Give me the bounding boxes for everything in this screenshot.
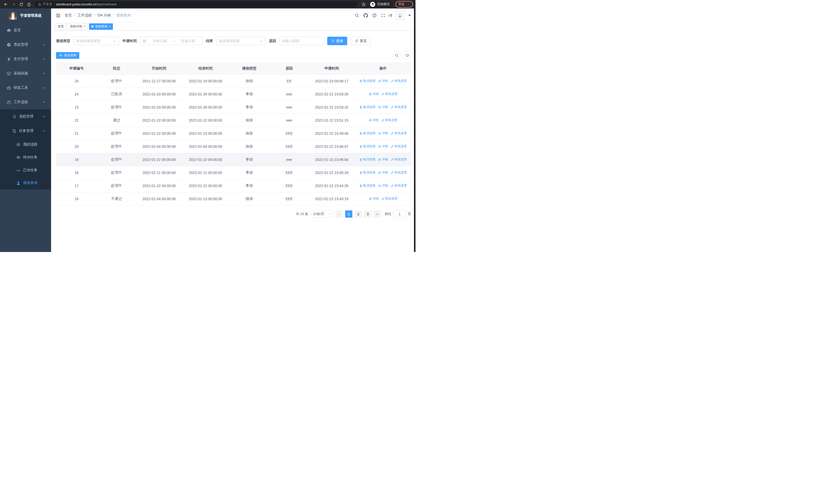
refresh-table-button[interactable] xyxy=(403,51,411,59)
column-header: 开始时间 xyxy=(136,62,182,75)
prev-page-button[interactable]: ‹ xyxy=(336,210,343,217)
pen-icon xyxy=(391,171,394,174)
progress-action-link[interactable]: 审批进度 xyxy=(381,197,398,201)
apply-time-range-picker[interactable]: 开始日期 - 结束日期 xyxy=(140,37,202,45)
github-icon[interactable] xyxy=(362,12,369,19)
cancel-action-link[interactable]: 取消请假 xyxy=(359,144,375,149)
detail-action-link[interactable]: 详情 xyxy=(378,131,388,136)
sidebar-item-7[interactable]: 任务管理 xyxy=(0,124,51,138)
sidebar-item-3[interactable]: 基础设施 xyxy=(0,66,51,81)
detail-action-link[interactable]: 详情 xyxy=(378,170,388,175)
browser-back-button[interactable] xyxy=(3,1,9,8)
page-size-select[interactable]: 10条/页 xyxy=(311,210,333,217)
result-select[interactable]: 请选择流结果 xyxy=(216,37,265,45)
list-tree-icon xyxy=(12,114,17,119)
column-header: 结束时间 xyxy=(182,62,229,75)
sidebar-collapse-icon[interactable] xyxy=(56,13,61,18)
progress-action-link[interactable]: 审批进度 xyxy=(391,157,407,162)
page-button-3[interactable]: 3 xyxy=(364,210,371,217)
close-icon[interactable]: × xyxy=(84,25,85,28)
detail-action-link[interactable]: 详情 xyxy=(378,105,388,109)
progress-action-link[interactable]: 审批进度 xyxy=(391,170,407,175)
cancel-action-link[interactable]: 取消请假 xyxy=(359,170,375,175)
cancel-action-link[interactable]: 取消请假 xyxy=(359,79,375,83)
cancel-action-link[interactable]: 取消请假 xyxy=(359,131,375,136)
browser-home-button[interactable] xyxy=(26,1,32,8)
progress-action-link[interactable]: 审批进度 xyxy=(381,118,398,122)
detail-action-link[interactable]: 详情 xyxy=(378,183,388,188)
detail-action-link[interactable]: 详情 xyxy=(369,197,379,201)
yen-icon xyxy=(6,57,11,61)
user-icon xyxy=(16,181,21,185)
page-button-2[interactable]: 2 xyxy=(355,210,362,217)
app-logo-row[interactable]: 芋道管理系统 xyxy=(0,9,51,22)
sidebar-item-5[interactable]: 工作流程 xyxy=(0,95,51,109)
breadcrumb-item-1[interactable]: 工作流程 xyxy=(78,13,92,18)
cancel-action-link[interactable]: 取消请假 xyxy=(359,183,375,188)
detail-action-link[interactable]: 详情 xyxy=(369,92,379,96)
search-icon[interactable] xyxy=(354,12,360,19)
breadcrumb-item-2[interactable]: OA 示例 xyxy=(97,13,111,18)
end-date-placeholder[interactable]: 结束日期 xyxy=(177,39,199,43)
progress-action-link[interactable]: 审批进度 xyxy=(391,105,407,109)
trash-icon xyxy=(359,145,362,148)
tab-tag-0[interactable]: 首页 xyxy=(55,23,66,30)
progress-action-link[interactable]: 审批进度 xyxy=(381,92,398,96)
sidebar-item-9[interactable]: 待办任务 xyxy=(0,151,51,164)
address-bar[interactable]: 不安全 dashboard.yudao.iocoder.cn/bpm/oa/le… xyxy=(35,1,357,7)
browser-update-button[interactable]: 更新 ⋮ xyxy=(396,1,413,8)
progress-action-link[interactable]: 审批进度 xyxy=(391,183,407,188)
browser-reload-button[interactable] xyxy=(18,1,25,8)
detail-action-link[interactable]: 详情 xyxy=(369,118,379,122)
browser-forward-button[interactable] xyxy=(10,1,17,8)
tab-tag-1[interactable]: 流程详情× xyxy=(67,23,88,30)
pen-icon xyxy=(391,106,394,109)
goto-page-input[interactable] xyxy=(393,210,406,218)
table-row: 22通过2022-01-22 00:00:002022-01-22 00:00:… xyxy=(56,114,411,127)
browser-menu-icon[interactable]: ⋮ xyxy=(407,2,410,6)
user-avatar[interactable] xyxy=(396,11,405,20)
toggle-search-button[interactable] xyxy=(393,51,401,59)
help-icon[interactable] xyxy=(371,12,378,19)
progress-action-link[interactable]: 审批进度 xyxy=(391,79,407,83)
table-row: 25处理中2021-12-27 00:00:002022-01-19 00:00… xyxy=(56,75,411,88)
detail-action-link[interactable]: 详情 xyxy=(378,144,388,149)
sidebar-item-8[interactable]: 我的流程 xyxy=(0,138,51,151)
browser-scrollbar[interactable] xyxy=(414,8,416,252)
warning-icon xyxy=(38,3,41,6)
insecure-warning[interactable]: 不安全 xyxy=(38,2,52,6)
progress-action-link[interactable]: 审批进度 xyxy=(391,144,407,149)
next-page-button[interactable]: › xyxy=(374,210,381,217)
sidebar-item-4[interactable]: 研发工具 xyxy=(0,81,51,95)
page-button-1[interactable]: 1 xyxy=(345,210,352,217)
fullscreen-icon[interactable] xyxy=(380,12,386,19)
bookmark-star-icon[interactable] xyxy=(360,1,367,8)
sidebar-item-1[interactable]: 系统管理 xyxy=(0,37,51,52)
progress-action-link[interactable]: 审批进度 xyxy=(391,131,407,136)
tab-tag-2[interactable]: 请假查询× xyxy=(89,23,113,30)
reason-input[interactable]: 请输入原因 xyxy=(279,37,324,45)
breadcrumb-item-0[interactable]: 首页 xyxy=(65,13,72,18)
cancel-action-link[interactable]: 取消请假 xyxy=(359,157,375,162)
create-leave-button[interactable]: 发起请假 xyxy=(56,52,79,59)
detail-action-link[interactable]: 详情 xyxy=(378,157,388,162)
sidebar-item-6[interactable]: 流程管理 xyxy=(0,109,51,124)
total-count: 共 23 条 xyxy=(296,212,308,216)
font-size-icon[interactable]: TT xyxy=(389,13,393,18)
close-icon[interactable]: × xyxy=(109,25,111,28)
chevron-down-icon[interactable] xyxy=(408,14,411,17)
start-date-placeholder[interactable]: 开始日期 xyxy=(148,39,171,43)
sidebar-item-11[interactable]: 请假查询 xyxy=(0,177,51,189)
leave-type-select[interactable]: 请选择请假类型 xyxy=(74,37,119,45)
cancel-action-link[interactable]: 取消请假 xyxy=(359,105,375,109)
main-area: 首页/工作流程/OA 示例/请假查询 TT 首页流程详情×请假查询× xyxy=(51,8,416,252)
sidebar-item-2[interactable]: 支付管理 xyxy=(0,52,51,66)
cell-type: 事假 xyxy=(229,179,270,192)
app-title: 芋道管理系统 xyxy=(20,13,41,18)
cell-actions: 取消请假详情审批进度 xyxy=(355,75,411,88)
reset-button[interactable]: 重置 xyxy=(351,37,371,45)
detail-action-link[interactable]: 详情 xyxy=(378,79,388,83)
search-button[interactable]: 搜索 xyxy=(327,37,347,45)
sidebar-item-0[interactable]: 首页 xyxy=(0,23,51,37)
sidebar-item-10[interactable]: 已办任务 xyxy=(0,164,51,177)
